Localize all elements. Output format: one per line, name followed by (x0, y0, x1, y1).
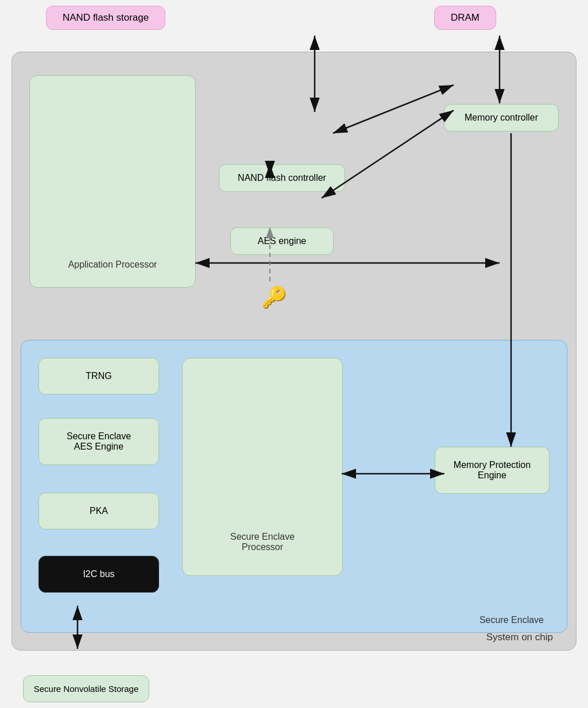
se-aes-engine-label: Secure EnclaveAES Engine (67, 431, 131, 451)
pka-label: PKA (90, 506, 108, 516)
trng-label: TRNG (86, 371, 111, 381)
nand-flash-controller-label: NAND flash controller (238, 173, 326, 183)
i2c-bus-label: I2C bus (83, 569, 114, 579)
se-processor-box: Secure EnclaveProcessor (182, 358, 343, 576)
dram-box: DRAM (434, 6, 496, 30)
nand-flash-storage-label: NAND flash storage (63, 12, 149, 23)
i2c-bus-box: I2C bus (38, 556, 159, 593)
app-processor-box: Application Processor (29, 75, 196, 288)
secure-nvs-box: Secure Nonvolatile Storage (23, 675, 149, 702)
nand-flash-controller-box: NAND flash controller (219, 164, 345, 192)
aes-engine-box: AES engine (230, 227, 334, 255)
trng-box: TRNG (38, 358, 159, 394)
memory-controller-box: Memory controller (444, 104, 559, 131)
secure-nvs-label: Secure Nonvolatile Storage (34, 684, 139, 694)
se-processor-label: Secure EnclaveProcessor (183, 532, 342, 552)
secure-enclave-label: Secure Enclave (479, 615, 544, 625)
dram-label: DRAM (451, 12, 479, 23)
nand-flash-storage-box: NAND flash storage (46, 6, 165, 30)
se-aes-engine-box: Secure EnclaveAES Engine (38, 418, 159, 465)
mpe-box: Memory ProtectionEngine (435, 447, 550, 494)
soc-container: System on chip Application Processor NAN… (11, 52, 577, 651)
diagram-container: NAND flash storage DRAM System on chip A… (0, 0, 588, 708)
aes-engine-label: AES engine (258, 236, 307, 246)
mpe-label: Memory ProtectionEngine (454, 460, 531, 480)
memory-controller-label: Memory controller (465, 113, 538, 122)
app-processor-label: Application Processor (30, 260, 195, 270)
secure-enclave-container: Secure Enclave TRNG Secure EnclaveAES En… (21, 340, 567, 633)
pka-box: PKA (38, 493, 159, 529)
external-top-row: NAND flash storage DRAM (0, 6, 588, 30)
soc-label: System on chip (486, 632, 553, 643)
